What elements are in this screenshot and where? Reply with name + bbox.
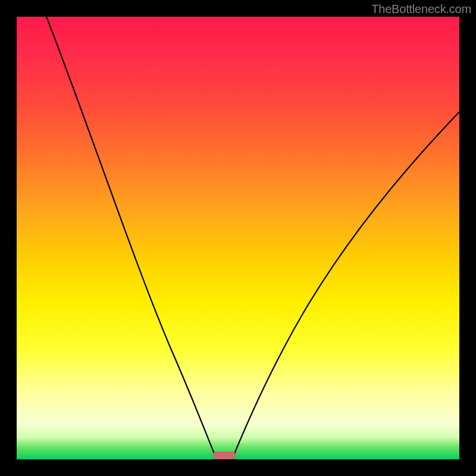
curve-layer bbox=[17, 17, 459, 459]
right-curve bbox=[232, 112, 459, 459]
chart-frame: TheBottleneck.com bbox=[0, 0, 476, 476]
watermark-text: TheBottleneck.com bbox=[371, 2, 471, 16]
bottom-marker bbox=[213, 452, 236, 459]
left-curve bbox=[46, 17, 217, 459]
plot-area bbox=[17, 17, 459, 459]
